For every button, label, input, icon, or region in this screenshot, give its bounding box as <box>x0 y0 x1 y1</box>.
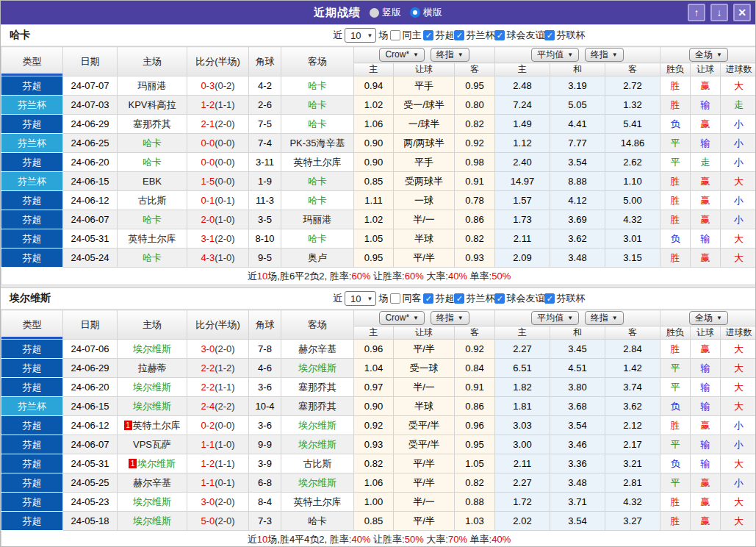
league-filter-2[interactable]: 芬兰杯 <box>454 292 494 305</box>
league-filter-3[interactable]: 球会友谊 <box>494 29 544 42</box>
home-team[interactable]: 英特土尔库 <box>129 233 176 244</box>
score-cell[interactable]: 4-3(1-0) <box>187 249 249 268</box>
away-team[interactable]: 哈卡 <box>308 176 327 187</box>
odds-time-dropdown[interactable]: 终指▼ <box>431 311 469 325</box>
average-dropdown[interactable]: 平均值▼ <box>531 311 579 325</box>
win-lose-result: 胜 <box>660 340 691 359</box>
league-filter-4[interactable]: 芬联杯 <box>544 29 585 42</box>
full-time-score: 2-0 <box>201 214 215 225</box>
score-cell[interactable]: 1-1(0-1) <box>187 473 249 493</box>
home-team[interactable]: 哈卡 <box>143 252 162 263</box>
away-team[interactable]: 英特土尔库 <box>294 496 342 507</box>
league-filter-2[interactable]: 芬兰杯 <box>454 29 494 42</box>
score-cell[interactable]: 5-0(2-0) <box>187 512 249 531</box>
score-cell[interactable]: 1-2(1-1) <box>187 454 249 473</box>
score-cell[interactable]: 0-0(0-0) <box>187 134 249 153</box>
handicap-line: 受平/半 <box>394 416 455 435</box>
league-filter-3[interactable]: 球会友谊 <box>494 292 544 305</box>
recent-count-select[interactable]: 10 ▼ <box>345 28 376 43</box>
score-cell[interactable]: 3-0(2-0) <box>187 493 249 512</box>
score-cell[interactable]: 0-1(0-1) <box>187 191 249 210</box>
home-team[interactable]: EBK <box>143 176 162 187</box>
away-team[interactable]: 塞那乔其 <box>298 382 336 393</box>
score-cell[interactable]: 0-0(0-0) <box>187 153 249 172</box>
score-cell[interactable]: 1-1(1-0) <box>187 435 249 454</box>
home-team[interactable]: 埃尔维斯 <box>137 458 176 469</box>
move-down-button[interactable]: ↓ <box>710 4 728 21</box>
league-filter-1[interactable]: 芬超 <box>423 29 454 42</box>
score-cell[interactable]: 0-2(0-0) <box>187 416 249 435</box>
home-team[interactable]: 拉赫蒂 <box>138 362 167 373</box>
away-team[interactable]: 赫尔辛基 <box>298 343 336 354</box>
score-cell[interactable]: 2-1(2-0) <box>187 115 249 134</box>
score-cell[interactable]: 1-5(0-0) <box>187 172 249 191</box>
average-time-dropdown[interactable]: 终指▼ <box>585 311 624 325</box>
home-team[interactable]: 埃尔维斯 <box>133 401 171 412</box>
home-team[interactable]: KPV科高拉 <box>128 99 176 110</box>
away-team[interactable]: 奥卢 <box>308 252 327 263</box>
home-team[interactable]: 哈卡 <box>143 214 162 225</box>
league-filter-4[interactable]: 芬联杯 <box>544 292 585 305</box>
away-team[interactable]: 塞那乔其 <box>298 401 336 412</box>
score-cell[interactable]: 3-0(2-0) <box>187 340 249 359</box>
filters-bar: 近 10 ▼ 场 同主 芬超芬兰杯球会友谊芬联杯 <box>333 28 585 43</box>
away-team[interactable]: 哈卡 <box>308 515 327 526</box>
odds-company-dropdown[interactable]: Crow*▼ <box>379 48 425 62</box>
away-team[interactable]: 哈卡 <box>308 233 327 244</box>
away-team[interactable]: 玛丽港 <box>303 214 332 225</box>
home-team[interactable]: 英特土尔库 <box>133 420 181 431</box>
match-row: 芬超 24-06-12 1英特土尔库 0-2(0-0) 3-6 埃尔维斯 0.9… <box>1 416 756 435</box>
away-team[interactable]: 哈卡 <box>308 99 327 110</box>
same-venue-checkbox[interactable]: 同主 <box>390 29 421 42</box>
away-team[interactable]: 埃尔维斯 <box>298 477 336 488</box>
team-section-1: 哈卡 近 10 ▼ 场 同主 芬超芬兰杯球会友谊芬联杯 <box>1 24 755 285</box>
scope-dropdown[interactable]: 全场▼ <box>689 48 728 62</box>
avg-home-odds: 1.12 <box>495 134 550 153</box>
score-cell[interactable]: 2-2(1-1) <box>187 378 249 397</box>
same-venue-checkbox[interactable]: 同客 <box>390 292 421 305</box>
home-team[interactable]: 玛丽港 <box>138 80 167 91</box>
match-row: 芬超 24-05-31 1埃尔维斯 1-2(1-1) 3-9 古比斯 0.82 … <box>1 454 756 473</box>
score-cell[interactable]: 2-4(2-2) <box>187 397 249 416</box>
away-team[interactable]: 古比斯 <box>303 458 332 469</box>
close-button[interactable]: ✕ <box>733 4 751 21</box>
away-team[interactable]: PK-35海辛基 <box>289 137 345 149</box>
handicap-result: 走 <box>691 153 721 172</box>
home-team[interactable]: 塞那乔其 <box>133 118 171 129</box>
away-team[interactable]: 埃尔维斯 <box>298 420 336 431</box>
league-filter-label: 芬超 <box>435 29 454 42</box>
score-cell[interactable]: 1-2(1-1) <box>187 96 249 115</box>
average-time-dropdown[interactable]: 终指▼ <box>585 48 624 62</box>
corner-count: 3-5 <box>249 210 281 229</box>
scope-dropdown[interactable]: 全场▼ <box>689 311 728 325</box>
home-team[interactable]: 埃尔维斯 <box>133 515 171 526</box>
score-cell[interactable]: 2-2(1-2) <box>187 359 249 378</box>
summary-label: 单率: <box>467 271 492 282</box>
away-team[interactable]: 英特土尔库 <box>294 157 342 168</box>
home-team[interactable]: 赫尔辛基 <box>133 477 171 488</box>
home-team[interactable]: 哈卡 <box>143 157 162 168</box>
league-filter-1[interactable]: 芬超 <box>423 292 454 305</box>
score-cell[interactable]: 3-1(2-0) <box>187 229 249 249</box>
score-cell[interactable]: 0-3(0-2) <box>187 76 249 96</box>
away-team[interactable]: 哈卡 <box>308 195 327 206</box>
away-team[interactable]: 哈卡 <box>308 80 327 91</box>
home-team[interactable]: 埃尔维斯 <box>133 343 171 354</box>
home-team[interactable]: 古比斯 <box>138 195 167 206</box>
home-team[interactable]: VPS瓦萨 <box>133 439 171 450</box>
away-team[interactable]: 埃尔维斯 <box>298 439 336 450</box>
move-up-button[interactable]: ↑ <box>688 4 705 21</box>
layout-radio-vertical[interactable]: 竖版 <box>370 6 401 19</box>
average-dropdown[interactable]: 平均值▼ <box>531 48 579 62</box>
home-team[interactable]: 埃尔维斯 <box>133 496 171 507</box>
recent-count-select[interactable]: 10 ▼ <box>345 291 376 306</box>
home-team[interactable]: 埃尔维斯 <box>133 382 171 393</box>
avg-draw-odds: 3.48 <box>550 473 605 493</box>
odds-company-dropdown[interactable]: Crow*▼ <box>379 311 425 325</box>
away-team[interactable]: 哈卡 <box>308 118 327 129</box>
score-cell[interactable]: 2-0(1-0) <box>187 210 249 229</box>
home-team[interactable]: 哈卡 <box>143 137 162 149</box>
odds-time-dropdown[interactable]: 终指▼ <box>431 48 469 62</box>
away-team[interactable]: 埃尔维斯 <box>298 362 336 373</box>
layout-radio-horizontal[interactable]: 横版 <box>410 6 442 19</box>
